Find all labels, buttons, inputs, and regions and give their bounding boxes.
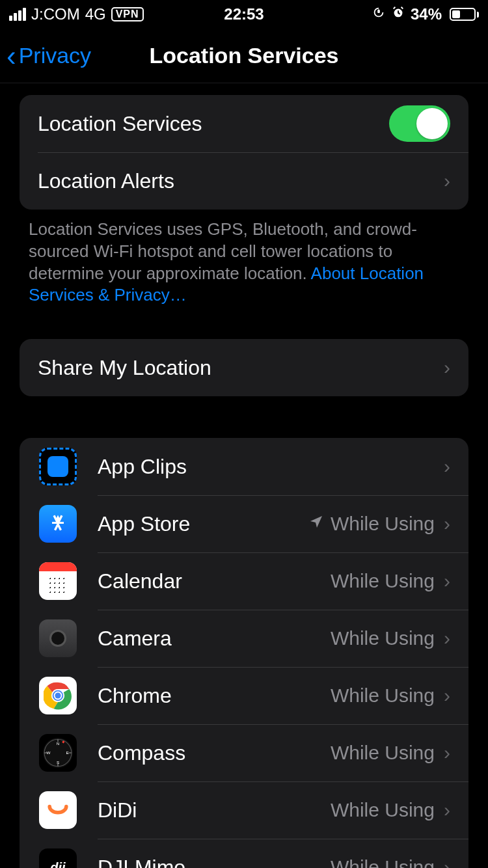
app-name-label: App Clips	[98, 455, 444, 479]
camera-icon	[39, 619, 77, 657]
location-alerts-row[interactable]: Location Alerts ›	[20, 152, 468, 210]
chevron-right-icon: ›	[444, 513, 450, 535]
location-services-footer: Location Services uses GPS, Bluetooth, a…	[0, 210, 488, 306]
chevron-right-icon: ›	[444, 170, 450, 192]
didi-icon	[39, 791, 77, 829]
signal-icon	[9, 8, 26, 21]
alarm-icon	[391, 5, 405, 23]
svg-text:N: N	[57, 741, 60, 746]
location-services-label: Location Services	[38, 112, 389, 136]
app-status-label: While Using	[331, 742, 435, 764]
carrier-label: J:COM	[31, 5, 80, 23]
app-name-label: Calendar	[98, 569, 331, 593]
apps-section: App Clips›App StoreWhile Using›CalendarW…	[20, 438, 468, 868]
compass-icon: NSWE	[39, 734, 77, 772]
appclips-icon	[39, 448, 77, 485]
location-services-section: Location Services Location Alerts ›	[20, 95, 468, 210]
svg-rect-17	[44, 796, 72, 824]
app-status-label: While Using	[331, 570, 435, 592]
svg-text:S: S	[57, 760, 59, 765]
appstore-icon	[39, 505, 77, 543]
chevron-right-icon: ›	[444, 357, 450, 379]
app-name-label: Camera	[98, 627, 331, 651]
app-name-label: App Store	[98, 512, 308, 536]
chevron-right-icon: ›	[444, 742, 450, 764]
svg-text:W: W	[46, 750, 50, 755]
svg-point-5	[55, 693, 61, 699]
app-row-appclips[interactable]: App Clips›	[20, 438, 468, 495]
chevron-left-icon: ‹	[7, 42, 16, 70]
app-row-appstore[interactable]: App StoreWhile Using›	[20, 495, 468, 552]
app-status-label: While Using	[331, 799, 435, 821]
location-arrow-icon	[308, 514, 324, 534]
clock: 22:53	[224, 5, 264, 23]
chevron-right-icon: ›	[444, 685, 450, 707]
chevron-right-icon: ›	[444, 570, 450, 592]
nav-header: ‹ Privacy Location Services	[0, 29, 488, 83]
vpn-badge: VPN	[111, 7, 144, 21]
location-services-toggle-row[interactable]: Location Services	[20, 95, 468, 152]
battery-percent: 34%	[411, 5, 442, 23]
page-title: Location Services	[149, 43, 338, 68]
app-row-camera[interactable]: CameraWhile Using›	[20, 610, 468, 667]
svg-text:E: E	[66, 750, 68, 755]
app-row-chrome[interactable]: ChromeWhile Using›	[20, 667, 468, 724]
app-row-didi[interactable]: DiDiWhile Using›	[20, 781, 468, 839]
orientation-lock-icon	[372, 5, 386, 23]
share-my-location-row[interactable]: Share My Location ›	[20, 339, 468, 396]
app-row-compass[interactable]: NSWECompassWhile Using›	[20, 724, 468, 781]
chevron-right-icon: ›	[444, 455, 450, 478]
back-button[interactable]: ‹ Privacy	[0, 42, 91, 70]
location-alerts-label: Location Alerts	[38, 169, 444, 193]
status-bar: J:COM 4G VPN 22:53 34%	[0, 0, 488, 29]
chevron-right-icon: ›	[444, 856, 450, 868]
chevron-right-icon: ›	[444, 799, 450, 821]
app-row-dji[interactable]: djiDJI MimoWhile Using›	[20, 839, 468, 868]
dji-icon: dji	[39, 848, 77, 868]
app-status-label: While Using	[331, 513, 435, 535]
calendar-icon	[39, 562, 77, 600]
app-status-label: While Using	[331, 627, 435, 649]
app-status-label: While Using	[331, 685, 435, 707]
battery-icon	[447, 8, 479, 21]
svg-rect-0	[377, 10, 380, 13]
location-services-toggle[interactable]	[389, 105, 450, 142]
app-name-label: Chrome	[98, 684, 331, 708]
app-name-label: DiDi	[98, 798, 331, 822]
app-row-calendar[interactable]: CalendarWhile Using›	[20, 552, 468, 610]
app-status-label: While Using	[331, 856, 435, 868]
share-my-location-label: Share My Location	[38, 356, 444, 380]
chrome-icon	[39, 677, 77, 714]
share-location-section: Share My Location ›	[20, 339, 468, 396]
back-label: Privacy	[19, 43, 91, 68]
chevron-right-icon: ›	[444, 627, 450, 649]
app-name-label: Compass	[98, 741, 331, 765]
app-name-label: DJI Mimo	[98, 856, 331, 868]
network-label: 4G	[85, 5, 106, 23]
